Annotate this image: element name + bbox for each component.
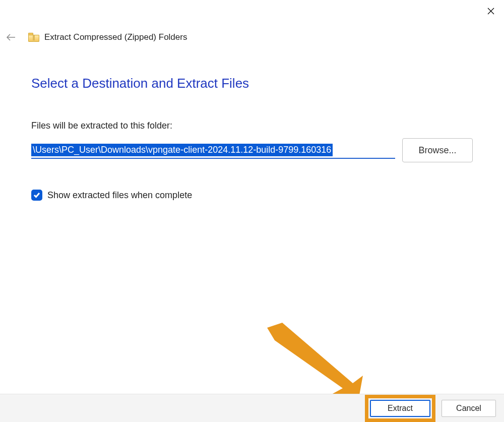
page-heading: Select a Destination and Extract Files — [31, 76, 473, 91]
cancel-button[interactable]: Cancel — [442, 400, 496, 417]
destination-input-value: \Users\PC_User\Downloads\vpngate-client-… — [31, 144, 333, 156]
back-button[interactable] — [5, 31, 17, 43]
close-button[interactable] — [485, 5, 497, 17]
zipped-folder-icon — [28, 33, 39, 42]
wizard-header: Extract Compressed (Zipped) Folders — [5, 31, 499, 43]
extract-highlight: Extract — [365, 395, 435, 422]
destination-label: Files will be extracted to this folder: — [31, 120, 473, 131]
destination-input[interactable]: \Users\PC_User\Downloads\vpngate-client-… — [31, 142, 395, 159]
close-icon — [487, 8, 494, 15]
back-arrow-icon — [6, 33, 16, 41]
svg-marker-3 — [267, 323, 363, 403]
wizard-title: Extract Compressed (Zipped) Folders — [44, 32, 187, 42]
destination-row: \Users\PC_User\Downloads\vpngate-client-… — [31, 138, 473, 162]
show-files-row: Show extracted files when complete — [31, 190, 473, 201]
browse-button[interactable]: Browse... — [402, 138, 473, 162]
checkmark-icon — [33, 192, 40, 198]
extract-button[interactable]: Extract — [370, 400, 430, 417]
footer-bar: Extract Cancel — [0, 394, 504, 422]
show-files-checkbox[interactable] — [31, 190, 42, 201]
content-area: Select a Destination and Extract Files F… — [31, 76, 473, 201]
annotation-arrow-icon — [257, 323, 368, 403]
show-files-label: Show extracted files when complete — [47, 190, 192, 201]
